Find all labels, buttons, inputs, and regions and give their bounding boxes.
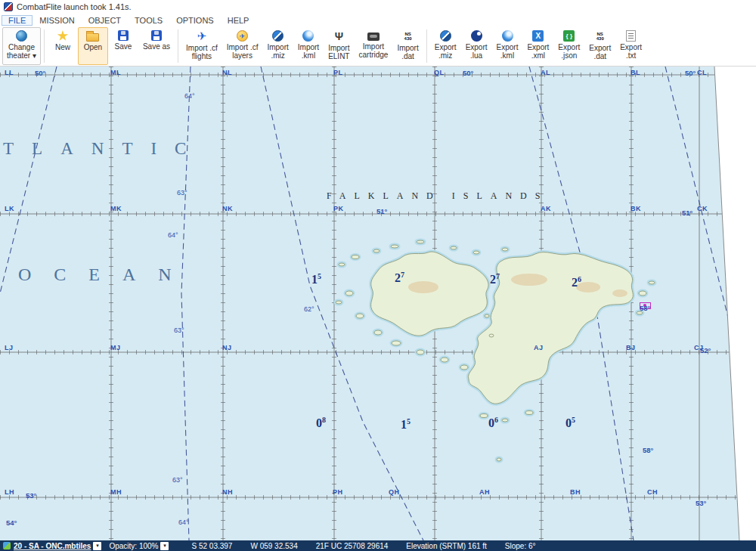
chart-number: 27 [395,271,404,285]
menu-tab-options[interactable]: OPTIONS [169,15,221,26]
toolbar: Changetheater ▾NewOpenSaveSave as✈Import… [0,26,756,67]
new-icon [57,30,68,42]
grid-ref-label: AJ [534,344,544,351]
grid-ref-label: NL [222,69,232,76]
export-kml-button[interactable]: Export.kml [492,27,523,65]
toolbar-separator [426,29,427,63]
grid-ref-label: AH [479,488,490,496]
dcs-icon [440,30,451,42]
change-theater-button[interactable]: Changetheater ▾ [2,27,41,65]
export-miz-label: .miz [438,51,452,60]
menu-tab-object[interactable]: OBJECT [82,15,128,26]
import-kml-button[interactable]: Import.kml [293,27,324,65]
export-lua-button[interactable]: Export.lua [461,27,492,65]
toolbar-group: Export.mizExport.luaExport.kmlXExport.xm… [430,27,646,65]
save-button[interactable]: Save [108,27,138,65]
map-source-selector[interactable]: 20 - SA - ONC.mbtiles [14,542,91,550]
menu-tab-tools[interactable]: TOOLS [128,15,169,26]
export-xml-button[interactable]: XExport.xml [522,27,553,65]
import-dat-button[interactable]: NS 430Import.dat [392,27,423,65]
xml-icon: X [532,30,544,42]
layers-icon: ✈ [237,30,248,42]
cursor-latitude: S 52 03.397 [191,542,232,550]
menu-tab-file[interactable]: FILE [2,15,33,26]
save-as-button[interactable]: Save as [138,27,175,65]
open-button[interactable]: Open [78,27,108,65]
map-source-caret-icon[interactable]: ▾ [93,542,101,550]
chart-number: 05 [565,416,575,430]
import-cartridge-label: Import [363,42,384,51]
latitude-label: 58° [640,304,650,312]
import-cartridge-button[interactable]: Importcartridge [354,27,392,65]
toolbar-group: ✈Import .cfflights✈Import .cflayersImpor… [181,27,423,65]
import-cf-layers-button[interactable]: ✈Import .cflayers [222,27,263,65]
variation-label: 64° [184,92,195,100]
export-txt-button[interactable]: Export.txt [615,27,646,65]
grid-ref-label: AK [541,205,551,212]
latitude-label: 53° [26,491,36,500]
export-xml-label: .xml [531,51,545,60]
import-kml-label: Import [298,43,319,51]
flights-icon: ✈ [195,30,209,42]
grid-ref-label: QH [389,488,400,496]
grid-ref-label: CK [697,205,708,212]
chart-number: 06 [488,416,498,430]
menu-tab-help[interactable]: HELP [221,15,256,26]
ns430-icon: NS 430 [593,30,607,42]
grid-ref-label: MH [110,488,122,496]
grid-ref-label: ML [110,69,121,76]
grid-ref-label: LH [5,488,14,496]
variation-label: 63° [172,476,183,484]
opacity-caret-icon[interactable]: ▾ [160,542,169,550]
import-kml-label: .kml [302,51,315,60]
toolbar-separator [178,29,178,63]
opacity-selector[interactable]: Opacity: 100% [109,542,158,550]
grid-ref-label: PK [333,205,344,212]
kml-icon [302,30,314,42]
export-miz-label: Export [435,43,457,51]
variation-label: 64° [178,518,189,526]
export-json-label: .json [561,51,577,60]
import-miz-button[interactable]: Import.miz [262,27,293,65]
map-source-icon [3,542,11,549]
export-miz-button[interactable]: Export.miz [430,27,461,65]
latitude-label: 50° [463,69,473,77]
latitude-label: 58° [643,446,653,454]
elint-icon: Ψ [332,30,345,42]
import-miz-label: Import [267,43,288,51]
chart-number: 27 [490,272,500,286]
export-lua-label: .lua [470,51,482,60]
export-json-label: Export [558,43,580,51]
new-button[interactable]: New [48,27,78,65]
import-cf-flights-label: Import .cf [186,44,218,52]
chart-number: 08 [316,416,326,430]
export-json-button[interactable]: { }Export.json [553,27,584,65]
lua-icon [471,30,482,42]
import-elint-label: ELINT [328,52,349,60]
import-cf-layers-label: layers [232,51,253,60]
export-lua-label: Export [466,43,488,51]
variation-label: 64° [168,231,178,239]
latitude-label: 53° [696,499,706,507]
ocean-name-ocean: OCEAN [18,265,194,285]
grid-ref-label: NH [222,488,233,496]
grid-ref-label: PH [333,488,343,496]
map-canvas[interactable]: ATLANTIC OCEAN FALKLAND ISLANDS LLMLNLPL… [0,67,756,540]
grid-ref-label: MK [110,205,122,212]
menu-tab-mission[interactable]: MISSION [33,15,81,26]
open-icon [86,33,99,42]
cursor-mgrs: 21F UC 25708 29614 [316,542,389,550]
export-txt-label: Export [620,43,642,51]
export-dat-label: .dat [593,52,606,60]
import-cf-flights-button[interactable]: ✈Import .cfflights [181,27,222,65]
import-elint-button[interactable]: ΨImportELINT [324,27,354,65]
grid-ref-label: BJ [626,344,636,351]
save-as-label: Save as [143,42,170,51]
latitude-label: 52° [700,346,711,354]
kml2-icon [502,30,513,42]
export-dat-button[interactable]: NS 430Export.dat [584,27,615,65]
variation-label: 63° [174,327,184,334]
statusbar: 20 - SA - ONC.mbtiles ▾ Opacity: 100% ▾ … [0,540,756,551]
export-dat-label: Export [589,44,611,52]
import-cartridge-label: cartridge [358,51,388,59]
